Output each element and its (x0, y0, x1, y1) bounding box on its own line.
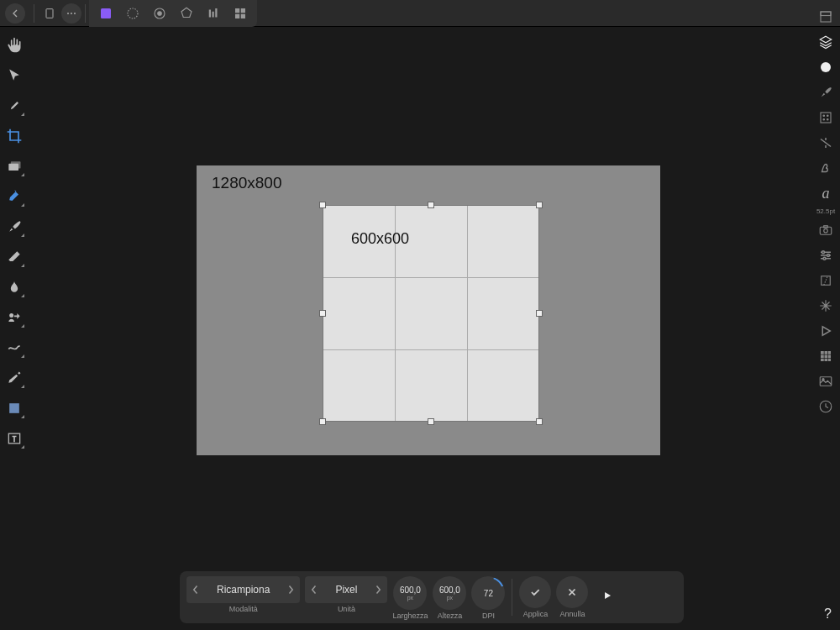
photo-persona-icon[interactable] (96, 3, 116, 24)
document-menu-button[interactable] (38, 2, 61, 25)
clone-tool[interactable] (3, 304, 26, 331)
chevron-left-icon[interactable] (305, 576, 323, 603)
erase-tool[interactable] (3, 244, 26, 270)
height-value: 600,0 (439, 585, 460, 595)
crop-handle-ml[interactable] (319, 310, 326, 317)
crop-handle-tl[interactable] (319, 202, 326, 208)
svg-point-7 (158, 11, 162, 15)
slices-persona-icon[interactable] (230, 3, 250, 24)
svg-point-23 (823, 115, 825, 117)
flood-select-tool[interactable] (3, 183, 26, 210)
crop-handle-bc[interactable] (428, 418, 434, 425)
apply-button[interactable] (519, 576, 551, 608)
crop-box[interactable]: 600x600 (323, 205, 539, 422)
mode-value: Ricampiona (205, 584, 281, 596)
width-value: 600,0 (400, 585, 421, 595)
brushes-panel-icon[interactable] (816, 82, 836, 102)
width-label: Larghezza (392, 612, 428, 620)
units-selector[interactable]: Pixel (305, 576, 387, 603)
font-size-label: 52.5pt (811, 208, 840, 215)
crop-handle-mr[interactable] (536, 310, 543, 317)
svg-rect-17 (9, 403, 19, 413)
more-menu-button[interactable] (61, 3, 81, 24)
develop-persona-icon[interactable] (150, 3, 170, 24)
crop-grid-line (323, 277, 539, 278)
svg-point-31 (827, 255, 830, 257)
history-panel-icon[interactable] (816, 396, 836, 417)
chevron-left-icon[interactable] (186, 576, 205, 603)
text-tool[interactable] (3, 425, 26, 452)
sliders-panel-icon[interactable] (816, 245, 836, 265)
effects-panel-icon[interactable] (816, 158, 836, 178)
units-group: Pixel Unità (305, 576, 387, 613)
tone-map-persona-icon[interactable] (176, 3, 197, 24)
svg-rect-22 (821, 113, 831, 123)
svg-rect-12 (241, 8, 245, 13)
svg-rect-40 (821, 359, 824, 361)
crop-handle-br[interactable] (536, 418, 543, 425)
crop-handle-tc[interactable] (428, 202, 434, 208)
export-persona-icon[interactable] (203, 3, 223, 24)
text-panel-icon[interactable]: a (816, 183, 836, 203)
macro-panel-icon[interactable] (816, 321, 836, 341)
svg-point-44 (822, 379, 824, 381)
top-bar (0, 0, 840, 27)
cancel-button[interactable] (556, 576, 588, 608)
svg-rect-38 (825, 355, 828, 359)
selection-tool[interactable] (3, 153, 26, 180)
dpi-field[interactable]: 72 (471, 576, 505, 610)
crop-tool[interactable] (3, 123, 26, 150)
svg-rect-42 (828, 359, 831, 361)
hand-tool[interactable] (3, 32, 26, 59)
width-field[interactable]: 600,0 px (393, 576, 427, 610)
navigator-panel-icon[interactable] (816, 296, 836, 316)
dpi-label: DPI (482, 612, 495, 620)
pen-tool[interactable] (3, 365, 26, 391)
crop-size-label: 600x600 (351, 230, 409, 248)
width-group: 600,0 px Larghezza (392, 576, 428, 620)
paint-brush-tool[interactable] (3, 213, 26, 240)
assets-panel-icon[interactable] (816, 346, 836, 366)
svg-rect-14 (241, 13, 245, 18)
move-tool[interactable] (3, 62, 26, 89)
document-canvas[interactable]: 1280x800 600x600 (197, 165, 660, 455)
cancel-label: Annulla (559, 610, 585, 618)
units-label: Unità (338, 605, 355, 613)
svg-rect-16 (11, 161, 21, 168)
svg-point-5 (128, 8, 138, 18)
back-button[interactable] (5, 3, 25, 24)
context-toolbar: Ricampiona Modalità Pixel Unità 600,0 px… (180, 571, 684, 623)
left-toolbar (0, 27, 29, 630)
canvas-area[interactable]: 1280x800 600x600 (29, 27, 811, 630)
swatches-panel-icon[interactable] (816, 108, 836, 128)
chevron-right-icon[interactable] (281, 576, 300, 603)
height-field[interactable]: 600,0 px (433, 576, 466, 610)
mode-group: Ricampiona Modalità (186, 576, 300, 613)
healing-tool[interactable] (3, 334, 26, 361)
media-panel-icon[interactable] (816, 371, 836, 391)
height-group: 600,0 px Altezza (433, 576, 466, 620)
crop-handle-tr[interactable] (536, 202, 543, 208)
dpi-group: 72 DPI (471, 576, 505, 620)
crop-handle-bl[interactable] (319, 418, 326, 425)
svg-point-1 (67, 13, 69, 14)
svg-rect-27 (820, 227, 832, 234)
color-picker-tool[interactable] (3, 92, 26, 119)
liquify-persona-icon[interactable] (123, 3, 143, 24)
smudge-tool[interactable] (3, 274, 26, 301)
stock-panel-icon[interactable] (816, 220, 836, 240)
dpi-value: 72 (484, 589, 493, 598)
apply-group: Applica (519, 576, 551, 618)
shape-tool[interactable] (3, 395, 26, 422)
help-button[interactable]: ? (824, 606, 832, 622)
color-panel-icon[interactable] (816, 57, 836, 77)
mode-selector[interactable]: Ricampiona (186, 576, 300, 603)
adjustments-panel-icon[interactable] (816, 133, 836, 153)
svg-point-26 (827, 119, 829, 121)
chevron-right-icon[interactable] (369, 576, 387, 603)
studio-toggle-icon[interactable] (816, 7, 836, 27)
svg-rect-13 (235, 13, 239, 18)
transform-panel-icon[interactable] (816, 270, 836, 291)
layers-panel-icon[interactable] (816, 32, 836, 52)
play-icon[interactable] (601, 590, 617, 605)
